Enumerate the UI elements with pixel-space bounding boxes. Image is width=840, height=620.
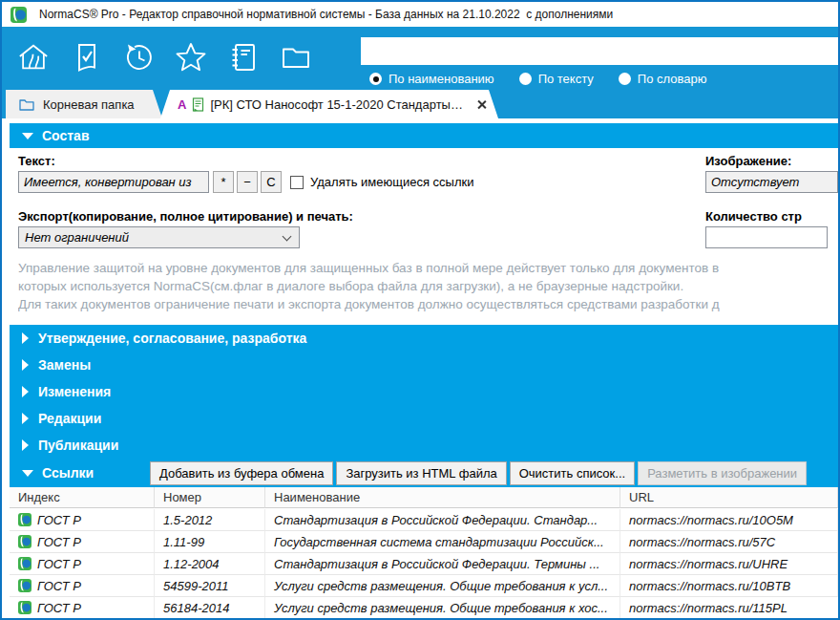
title-bar: NormaCS® Pro - Редактор справочной норма… xyxy=(2,2,838,27)
note-line: Для таких документов ограничение печати … xyxy=(18,295,837,313)
table-cell-name[interactable]: Услуги средств размещения. Общие требова… xyxy=(265,597,620,619)
delete-links-checkbox-row[interactable]: Удалять имеющиеся ссылки xyxy=(290,175,473,189)
asterisk-button[interactable]: * xyxy=(213,171,234,193)
approved-documents-button[interactable] xyxy=(70,41,102,74)
table-cell-name[interactable]: Стандартизация в Российской Федерации. Т… xyxy=(265,553,620,575)
history-button[interactable] xyxy=(122,41,155,74)
home-icon xyxy=(17,42,50,73)
editor-content: Состав Текст: * − С Удалять имеющиеся сс… xyxy=(2,118,838,618)
home-button[interactable] xyxy=(17,41,50,74)
collapsed-sections: Утверждение, согласование, разработка За… xyxy=(10,325,838,459)
table-cell-url[interactable]: normacs://normacs.ru/57C xyxy=(620,531,838,553)
tab-label: Корневая папка xyxy=(43,97,135,112)
normacs-logo xyxy=(10,7,27,23)
favorites-button[interactable] xyxy=(175,41,207,74)
table-cell-url[interactable]: normacs://normacs.ru/UHRE xyxy=(620,553,838,575)
text-field[interactable] xyxy=(18,171,209,193)
text-label: Текст: xyxy=(18,154,55,168)
column-header-number[interactable]: Номер xyxy=(155,487,265,508)
search-input[interactable] xyxy=(361,37,838,65)
dropdown-value: Нет ограничений xyxy=(25,230,284,245)
export-label: Экспорт(копирование, полное цитирование)… xyxy=(18,209,353,224)
protection-note: Управление защитой на уровне документов … xyxy=(18,259,837,313)
tab-document[interactable]: А [РК] СТО Нанософт 15-1-2020 Стандарты… xyxy=(160,90,498,118)
app-window: NormaCS® Pro - Редактор справочной норма… xyxy=(0,0,840,620)
section-title: Публикации xyxy=(38,438,118,453)
table-cell-index[interactable]: ГОСТ Р xyxy=(10,553,155,575)
column-header-name[interactable]: Наименование xyxy=(265,487,620,508)
column-header-index[interactable]: Индекс xyxy=(10,487,155,508)
section-links-header: Ссылки Добавить из буфера обмена Загрузи… xyxy=(10,459,838,487)
add-from-clipboard-button[interactable]: Добавить из буфера обмена xyxy=(150,461,333,485)
section-title: Изменения xyxy=(38,384,111,399)
table-cell-index[interactable]: ГОСТ Р xyxy=(10,575,155,597)
note-line: Управление защитой на уровне документов … xyxy=(18,259,837,277)
expand-triangle-icon xyxy=(22,439,29,451)
section-title: Редакции xyxy=(38,411,101,426)
section-editions-header[interactable]: Редакции xyxy=(10,405,838,432)
table-cell-index[interactable]: ГОСТ Р xyxy=(10,531,155,553)
table-cell-url[interactable]: normacs://normacs.ru/10O5M xyxy=(620,509,838,531)
export-dropdown[interactable]: Нет ограничений xyxy=(18,226,300,248)
window-title: NormaCS® Pro - Редактор справочной норма… xyxy=(39,8,613,21)
column-header-url[interactable]: URL xyxy=(620,487,838,508)
table-cell-number[interactable]: 56184-2014 xyxy=(155,597,265,619)
expand-triangle-icon xyxy=(22,359,29,371)
tab-root-folder[interactable]: Корневая папка xyxy=(6,90,162,118)
normacs-doc-icon xyxy=(18,579,32,592)
table-cell-index[interactable]: ГОСТ Р xyxy=(10,509,155,531)
table-cell-name[interactable]: Стандартизация в Российской Федерации. С… xyxy=(265,509,620,531)
radio-label: По наименованию xyxy=(388,72,494,86)
table-cell-index[interactable]: ГОСТ Р xyxy=(10,597,155,619)
tab-bar: Корневая папка А [РК] СТО Нанософт 15-1-… xyxy=(2,88,838,118)
section-sostav-header[interactable]: Состав xyxy=(10,123,838,148)
radio-selected-icon xyxy=(369,73,382,85)
radio-by-name[interactable]: По наименованию xyxy=(369,72,494,86)
section-approval-header[interactable]: Утверждение, согласование, разработка xyxy=(10,325,838,352)
chevron-down-icon xyxy=(283,231,292,241)
close-tab-icon[interactable] xyxy=(476,99,487,110)
folder-icon xyxy=(280,41,312,74)
section-publications-header[interactable]: Публикации xyxy=(10,432,838,459)
journal-icon xyxy=(227,41,260,74)
section-title: Состав xyxy=(42,128,90,143)
search-mode-group: По наименованию По тексту По словарю xyxy=(369,72,706,86)
table-cell-name[interactable]: Государственная система стандартизации Р… xyxy=(265,531,620,553)
table-cell-number[interactable]: 1.11-99 xyxy=(155,531,265,553)
table-cell-number[interactable]: 1.12-2004 xyxy=(155,553,265,575)
radio-icon xyxy=(619,73,631,85)
section-changes-header[interactable]: Изменения xyxy=(10,378,838,405)
radio-label: По тексту xyxy=(538,72,594,86)
journal-button[interactable] xyxy=(227,41,260,74)
table-cell-name[interactable]: Услуги средств размещения. Общие требова… xyxy=(265,575,620,597)
normacs-doc-icon xyxy=(18,535,32,548)
expand-triangle-icon xyxy=(22,332,29,344)
radio-icon xyxy=(519,73,532,85)
folder-icon xyxy=(19,97,34,111)
clear-list-button[interactable]: Очистить список... xyxy=(510,461,635,485)
pages-field[interactable] xyxy=(705,226,828,248)
load-from-html-button[interactable]: Загрузить из HTML файла xyxy=(336,461,506,485)
links-buttons: Добавить из буфера обмена Загрузить из H… xyxy=(150,461,807,485)
radio-by-dictionary[interactable]: По словарю xyxy=(619,72,707,86)
document-check-icon xyxy=(71,42,101,73)
radio-by-text[interactable]: По тексту xyxy=(519,72,594,86)
main-toolbar: По наименованию По тексту По словарю xyxy=(2,27,838,88)
table-cell-url[interactable]: normacs://normacs.ru/115PL xyxy=(620,597,838,619)
section-title[interactable]: Ссылки xyxy=(42,465,141,481)
table-cell-number[interactable]: 54599-2011 xyxy=(155,575,265,597)
section-replacements-header[interactable]: Замены xyxy=(10,352,838,378)
image-field[interactable] xyxy=(705,171,838,193)
normacs-doc-icon xyxy=(18,601,32,614)
table-cell-number[interactable]: 1.5-2012 xyxy=(155,509,265,531)
links-table: Индекс Номер Наименование URL ГОСТ Р 1.5… xyxy=(10,487,838,618)
table-cell-url[interactable]: normacs://normacs.ru/10BTB xyxy=(620,575,838,597)
checkbox-icon[interactable] xyxy=(290,176,304,189)
folders-button[interactable] xyxy=(280,41,312,74)
expand-triangle-icon xyxy=(22,413,29,424)
normacs-doc-icon xyxy=(18,557,32,570)
minus-button[interactable]: − xyxy=(237,171,258,193)
collapse-triangle-icon[interactable] xyxy=(22,470,33,477)
tab-label: [РК] СТО Нанософт 15-1-2020 Стандарты… xyxy=(210,97,467,112)
c-button[interactable]: С xyxy=(261,171,282,193)
